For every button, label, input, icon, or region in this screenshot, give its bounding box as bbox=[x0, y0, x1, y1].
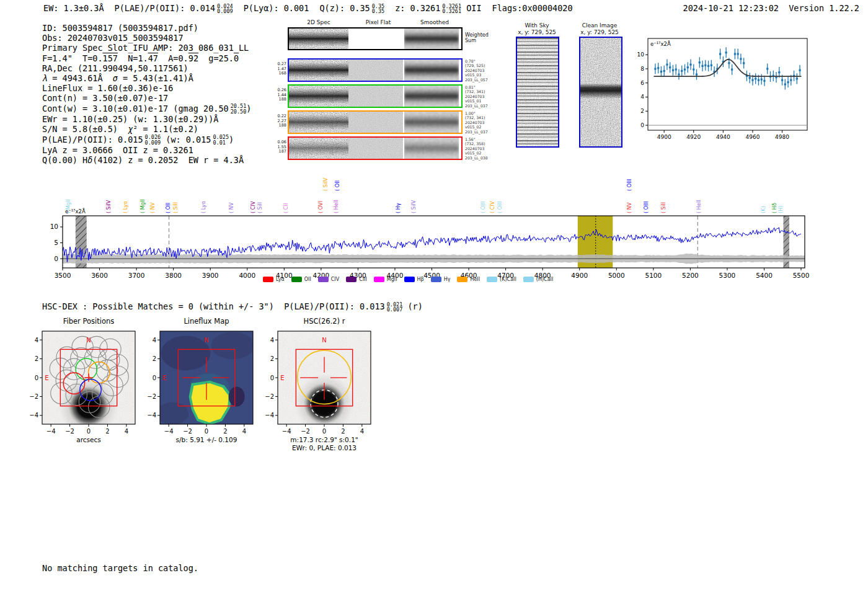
legend-label: Hβ bbox=[417, 277, 424, 282]
header-segment-5: Flags:0x00004020 bbox=[492, 3, 573, 14]
header-timestamp-version: 2024-10-21 12:23:02 Version 1.22.2 bbox=[683, 3, 859, 13]
line-label-HeII: ( HeII bbox=[696, 200, 702, 213]
north-label: N bbox=[86, 337, 91, 344]
svg-text:4960: 4960 bbox=[746, 134, 760, 140]
line-label-NV: ( NV bbox=[228, 202, 234, 213]
row-left-stats: 0.061.55187 bbox=[272, 140, 286, 154]
line-label-HeII: ( HeII bbox=[333, 200, 339, 213]
footer-line-1: No matching targets in catalog. bbox=[42, 563, 198, 573]
line-label-SiIV: ( SiIV bbox=[105, 200, 112, 213]
header-segment-2: P(Lyα): 0.001 bbox=[244, 3, 309, 14]
svg-text:5200: 5200 bbox=[682, 272, 699, 279]
info-line-12: P(LAE)/P(OII): 0.0150.0260.009 (w: 0.015… bbox=[42, 135, 251, 146]
weighted-sum-label: WeightedSum bbox=[465, 32, 503, 43]
legend-label: (H)CaII bbox=[536, 277, 553, 282]
legend-swatch bbox=[431, 277, 441, 282]
clean-streak bbox=[580, 38, 621, 146]
legend-swatch bbox=[487, 277, 497, 282]
exposure-row-1 bbox=[288, 58, 463, 82]
noise-texture bbox=[348, 112, 403, 133]
svg-text:5300: 5300 bbox=[719, 272, 736, 279]
exposure-row-3 bbox=[288, 110, 463, 134]
exp-2d-spec bbox=[289, 138, 348, 159]
legend-swatch bbox=[523, 277, 534, 282]
exp-smoothed bbox=[404, 112, 459, 133]
svg-text:10: 10 bbox=[637, 51, 645, 58]
footer-notes: No matching targets in catalog. Row inte… bbox=[42, 543, 198, 591]
legend-item-Hβ: Hβ bbox=[404, 277, 424, 282]
svg-text:4: 4 bbox=[360, 428, 364, 435]
info-line-11: S/N = 5.8(±0.5) χ² = 1.1(±0.2) bbox=[42, 124, 251, 134]
exposure-row-4 bbox=[288, 136, 463, 160]
legend-swatch bbox=[346, 277, 356, 282]
info-line-1: ID: 5003594817 (5003594817.pdf) bbox=[42, 23, 251, 33]
svg-text:−4: −4 bbox=[29, 412, 38, 419]
svg-text:3700: 3700 bbox=[128, 272, 145, 279]
line-label-MgII: ( MgII bbox=[140, 199, 146, 213]
legend-item-OII: OII bbox=[291, 277, 311, 282]
svg-text:5000: 5000 bbox=[608, 272, 625, 279]
exposure-row-2 bbox=[288, 84, 463, 108]
fiber-caption: arcsecs bbox=[76, 436, 100, 443]
info-line-8: Cont(n) = 3.50(±0.07)e-17 bbox=[42, 93, 251, 103]
weighted-2d-spec bbox=[289, 29, 348, 49]
with-sky-coords: x, y: 729, 525 bbox=[506, 29, 568, 35]
elixer-report-page: EW: 1.3±0.3ÅP(LAE)/P(OII): 0.0140.0240.0… bbox=[0, 0, 868, 591]
weighted-pixel-flat-blank bbox=[348, 29, 403, 49]
legend-label: Lyα bbox=[276, 277, 285, 282]
header-row: EW: 1.3±0.3ÅP(LAE)/P(OII): 0.0140.0240.0… bbox=[43, 3, 573, 14]
cutout-fiber: NE−4−4−2−2002244Fiber Positionsarcsecs bbox=[25, 315, 149, 454]
line-label-SiIV: ( SiIV bbox=[322, 177, 329, 191]
svg-text:3600: 3600 bbox=[91, 272, 108, 279]
svg-text:4900: 4900 bbox=[571, 272, 588, 279]
svg-text:−4: −4 bbox=[282, 428, 291, 435]
svg-text:−4: −4 bbox=[164, 428, 174, 435]
col-title-2d-spec: 2D Spec bbox=[294, 19, 343, 25]
noise-texture bbox=[348, 138, 403, 159]
line-label-SiIV: ( SiIV bbox=[410, 200, 417, 213]
cutout-hsc: NE−4−4−2−2002244HSC(26.2) rm:17.3 rc:2.9… bbox=[260, 315, 384, 454]
line-label-OIII: ( OIII bbox=[497, 202, 503, 214]
signal-streak bbox=[289, 112, 348, 133]
spectrum-legend: LyαOIICIVCIIIMgIIHβHγHeII(K)CaII(H)CaII bbox=[263, 277, 553, 282]
svg-text:−2: −2 bbox=[265, 393, 274, 400]
header-segment-4: z: 0.32610.32610.3261 OII bbox=[395, 3, 481, 14]
signal-streak bbox=[404, 138, 459, 159]
svg-text:4: 4 bbox=[242, 428, 246, 435]
signal-streak bbox=[289, 29, 348, 49]
main-unit-label: e⁻¹⁷x2Å bbox=[65, 208, 86, 215]
svg-text:−2: −2 bbox=[29, 393, 38, 400]
row-left-stats: 0.222.27188 bbox=[272, 114, 286, 128]
svg-text:4000: 4000 bbox=[239, 272, 255, 279]
line-label-Lyα: ( Lyα bbox=[200, 201, 206, 213]
svg-text:3800: 3800 bbox=[165, 272, 182, 279]
info-line-5: RA,Dec (211.990494,50.117561) bbox=[42, 63, 251, 73]
svg-text:2: 2 bbox=[640, 108, 644, 114]
line-label-(H): (H) bbox=[777, 205, 784, 213]
info-line-6: λ = 4943.61Å σ = 5.43(±1.41)Å bbox=[42, 73, 251, 83]
svg-text:4900: 4900 bbox=[657, 134, 671, 140]
svg-text:−4: −4 bbox=[46, 428, 56, 435]
legend-label: Hγ bbox=[444, 277, 451, 282]
line-label-CIV: ( CIV bbox=[489, 201, 495, 213]
legend-item-HeII: HeII bbox=[457, 277, 480, 282]
legend-label: CIII bbox=[359, 277, 367, 282]
exp-pixel-flat bbox=[348, 86, 403, 107]
svg-text:4: 4 bbox=[35, 337, 38, 344]
svg-text:0: 0 bbox=[87, 428, 91, 435]
legend-item-(K)CaII: (K)CaII bbox=[487, 277, 516, 282]
signal-streak bbox=[404, 60, 459, 81]
svg-text:2: 2 bbox=[223, 428, 227, 435]
north-label: N bbox=[204, 337, 208, 344]
svg-text:4940: 4940 bbox=[716, 134, 730, 140]
weighted-smoothed bbox=[404, 29, 459, 49]
spectral-line-labels: ( MgII( SiIV( Lyα( MgII( NV( OII( SiII( … bbox=[65, 177, 784, 213]
row-meta: 0.78"(729, 525)20240703v015_03203_LL_057 bbox=[465, 59, 503, 82]
header-segment-0: EW: 1.3±0.3Å bbox=[43, 3, 104, 14]
legend-label: CIV bbox=[331, 277, 339, 282]
svg-text:0: 0 bbox=[205, 428, 208, 435]
full-spectrum-plot: 3500360037003800390040004100420043004400… bbox=[46, 162, 825, 294]
svg-text:5500: 5500 bbox=[793, 272, 810, 279]
svg-text:3900: 3900 bbox=[202, 272, 219, 279]
info-line-2: Obs: 20240703v015_5003594817 bbox=[42, 33, 251, 43]
